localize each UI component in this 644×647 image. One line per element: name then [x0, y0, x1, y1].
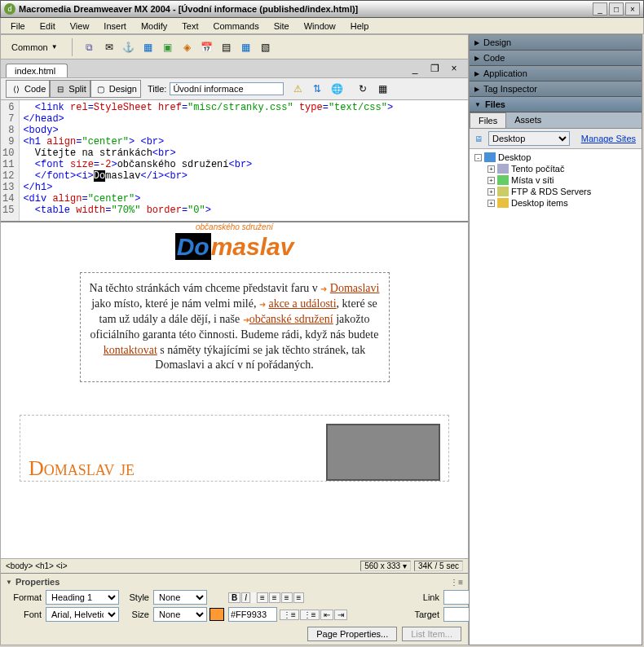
format-select[interactable]: Heading 1 — [46, 590, 119, 605]
files-tabs: Files Assets — [470, 112, 642, 129]
maximize-button[interactable]: □ — [609, 2, 624, 15]
site-select[interactable]: Desktop — [488, 131, 570, 146]
tree-item[interactable]: -Desktop — [472, 152, 639, 163]
format-label: Format — [6, 592, 43, 602]
document-tabbar: index.html _ ❐ × — [1, 59, 468, 77]
right-panel-group: ▶Design▶Code▶Application▶Tag Inspector▼F… — [469, 34, 642, 645]
link-association[interactable]: občanské sdružení — [249, 313, 333, 325]
templates-icon[interactable]: ▦ — [237, 38, 255, 56]
tag-selector[interactable]: <body> <h1> <i> — [6, 561, 68, 570]
hyperlink-icon[interactable]: ⧉ — [81, 38, 99, 56]
panel-code[interactable]: ▶Code — [470, 51, 642, 66]
menu-view[interactable]: View — [64, 20, 96, 33]
title-text: Macromedia Dreamweaver MX 2004 - [Úvodní… — [19, 4, 593, 14]
email-icon[interactable]: ✉ — [100, 38, 118, 56]
panel-application[interactable]: ▶Application — [470, 66, 642, 81]
menu-commands[interactable]: Commands — [206, 20, 265, 33]
panel-files[interactable]: ▼Files — [470, 97, 642, 112]
titlebar: d Macromedia Dreamweaver MX 2004 - [Úvod… — [0, 0, 644, 18]
insert-toolbar: Common▼ ⧉ ✉ ⚓ ▦ ▣ ◈ 📅 ▤ ▦ ▧ — [1, 35, 468, 59]
properties-title[interactable]: Properties — [15, 577, 60, 587]
files-toolbar: 🖥 Desktop Manage Sites — [470, 129, 642, 149]
code-view-button[interactable]: ⟨⟩Code — [6, 80, 50, 98]
menu-edit[interactable]: Edit — [33, 20, 62, 33]
menu-help[interactable]: Help — [344, 20, 376, 33]
close-button[interactable]: × — [625, 2, 640, 15]
menu-window[interactable]: Window — [298, 20, 342, 33]
app-icon: d — [4, 3, 15, 15]
doc-minimize-button[interactable]: _ — [406, 59, 424, 77]
link-contact[interactable]: kontaktovat — [104, 344, 157, 356]
panel-tag-inspector[interactable]: ▶Tag Inspector — [470, 81, 642, 97]
page-heading: Domaslav — [1, 233, 468, 261]
target-label: Target — [410, 610, 441, 619]
menu-file[interactable]: File — [4, 20, 32, 33]
tree-item[interactable]: +Tento počítač — [472, 163, 639, 174]
assets-tab[interactable]: Assets — [506, 112, 549, 128]
manage-sites-link[interactable]: Manage Sites — [581, 134, 636, 143]
menu-site[interactable]: Site — [267, 20, 296, 33]
subtitle-text: občanského sdružení — [1, 222, 468, 231]
image-icon[interactable]: ▣ — [159, 38, 177, 56]
list-item-button: List Item... — [402, 627, 461, 641]
anchor-icon[interactable]: ⚓ — [120, 38, 138, 56]
list-indent-buttons[interactable]: ⋮≡⋮≡⇤⇥ — [280, 610, 347, 620]
design-pane[interactable]: občanského sdružení Domaslav Na těchto s… — [1, 222, 468, 558]
menubar: FileEditViewInsertModifyTextCommandsSite… — [0, 18, 644, 34]
files-tab[interactable]: Files — [470, 112, 506, 128]
title-input[interactable] — [170, 82, 284, 95]
size-label: Size — [121, 610, 151, 619]
insert-category-dropdown[interactable]: Common▼ — [6, 40, 64, 55]
size-select[interactable]: None — [153, 607, 207, 622]
tree-item[interactable]: +FTP & RDS Servers — [472, 186, 639, 197]
comment-icon[interactable]: ▤ — [218, 38, 236, 56]
title-label: Title: — [148, 84, 166, 94]
menu-modify[interactable]: Modify — [135, 20, 174, 33]
date-icon[interactable]: 📅 — [198, 38, 216, 56]
design-view-button[interactable]: ▢Design — [90, 80, 141, 98]
tag-chooser-icon[interactable]: ▧ — [257, 38, 275, 56]
preview-icon[interactable]: 🌐 — [328, 80, 346, 98]
file-tree[interactable]: -Desktop+Tento počítač+Místa v síti+FTP … — [470, 149, 642, 645]
intro-paragraph: Na těchto stránkách vám chceme představi… — [80, 272, 390, 382]
font-label: Font — [6, 610, 43, 619]
panel-design[interactable]: ▶Design — [470, 35, 642, 51]
page-properties-button[interactable]: Page Properties... — [307, 627, 397, 641]
table-icon[interactable]: ▦ — [139, 38, 157, 56]
check-browser-icon[interactable]: ⚠ — [289, 80, 307, 98]
link-events[interactable]: akce a události — [268, 297, 336, 310]
photo-placeholder — [326, 424, 440, 481]
tree-item[interactable]: +Desktop items — [472, 197, 639, 209]
doc-close-button[interactable]: × — [445, 59, 463, 77]
file-mgmt-icon[interactable]: ⇅ — [308, 80, 326, 98]
doc-restore-button[interactable]: ❐ — [426, 59, 443, 77]
view-options-icon[interactable]: ▦ — [373, 80, 391, 98]
color-input[interactable] — [228, 607, 277, 622]
properties-panel: ▼Properties ⋮≡ Format Heading 1 Style No… — [1, 573, 468, 645]
menu-insert[interactable]: Insert — [97, 20, 133, 33]
text-format-buttons[interactable]: BI≡≡≡≡ — [228, 592, 408, 603]
link-domaslav[interactable]: Domaslavi — [330, 282, 380, 294]
status-size: 34K / 5 sec — [414, 561, 463, 571]
faint-heading: Domaslav je — [29, 456, 135, 481]
panel-options-icon[interactable]: ⋮≡ — [450, 578, 463, 587]
minimize-button[interactable]: _ — [593, 2, 607, 15]
document-tab[interactable]: index.html — [6, 64, 68, 77]
tree-item[interactable]: +Místa v síti — [472, 174, 639, 186]
split-view-button[interactable]: ⊟Split — [50, 80, 90, 98]
site-icon: 🖥 — [472, 132, 485, 145]
lower-section: Domaslav je — [20, 415, 449, 482]
menu-text[interactable]: Text — [175, 20, 205, 33]
font-select[interactable]: Arial, Helvetica — [46, 607, 119, 622]
status-bar: <body> <h1> <i> 560 x 333 ▾ 34K / 5 sec — [1, 558, 468, 573]
link-label: Link — [410, 592, 441, 602]
media-icon[interactable]: ◈ — [179, 38, 196, 56]
status-dimensions[interactable]: 560 x 333 ▾ — [360, 561, 411, 571]
refresh-icon[interactable]: ↻ — [354, 80, 372, 98]
document-toolbar: ⟨⟩Code ⊟Split ▢Design Title: ⚠ ⇅ 🌐 ↻ ▦ — [1, 77, 468, 100]
color-swatch[interactable] — [210, 608, 224, 621]
style-select[interactable]: None — [153, 590, 207, 605]
code-pane[interactable]: 6789101112131415 <link rel=StyleSheet hr… — [1, 100, 468, 222]
style-label: Style — [121, 592, 151, 602]
